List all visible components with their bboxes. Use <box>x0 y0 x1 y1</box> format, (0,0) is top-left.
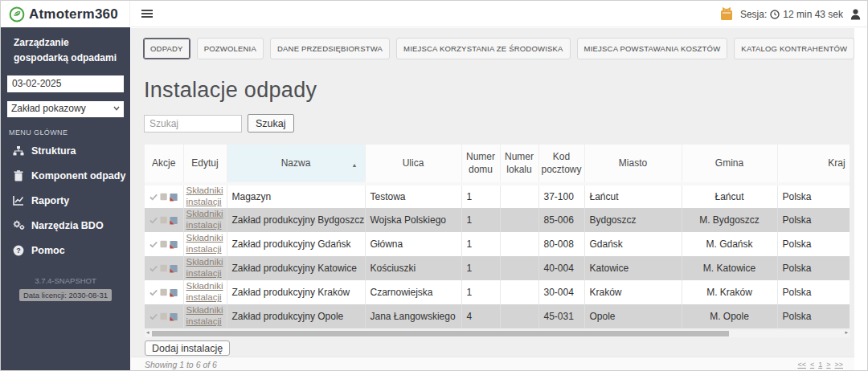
chart-icon <box>12 194 25 207</box>
column-header-nazwa[interactable]: Nazwa▲ <box>227 145 365 184</box>
city-cell: Opole <box>584 304 682 328</box>
horizontal-scrollbar[interactable]: ◂ ▸ <box>145 330 850 337</box>
report-icon[interactable] <box>170 216 178 225</box>
house-number-cell: 1 <box>461 184 500 208</box>
search-button[interactable]: Szukaj <box>248 114 294 132</box>
city-cell: Łańcut <box>584 184 682 208</box>
actions-cell <box>145 304 183 328</box>
approve-check-icon[interactable] <box>149 313 158 320</box>
sidebar-item-raporty[interactable]: Raporty <box>1 188 130 213</box>
report-icon[interactable] <box>170 312 178 321</box>
approve-check-icon[interactable] <box>149 217 158 224</box>
user-icon[interactable] <box>850 9 861 20</box>
column-header-akcje[interactable]: Akcje <box>145 145 183 184</box>
sidebar-item-komponent-odpady[interactable]: Komponent odpady <box>1 163 130 188</box>
house-number-cell: 4 <box>461 304 500 328</box>
sidebar-item-narz-dzia-bdo[interactable]: Narzędzia BDO <box>1 213 130 238</box>
table-row: Składniki instalacjiMagazynTestowa137-10… <box>145 184 850 208</box>
pagination-item[interactable]: >> <box>834 361 843 369</box>
tab-odpady[interactable]: ODPADY <box>143 38 190 59</box>
tab-miejsca-powstawania-kosztów[interactable]: MIEJSCA POWSTAWANIA KOSZTÓW <box>577 38 728 59</box>
column-header-numer-domu[interactable]: Numer domu <box>461 145 500 184</box>
column-header-ulica[interactable]: Ulica <box>365 145 461 184</box>
sidebar-item-struktura[interactable]: Struktura <box>1 138 130 163</box>
plant-select-value: Zakład pokazowy <box>11 103 86 114</box>
column-header-gmina[interactable]: Gmina <box>682 145 777 184</box>
pagination-item[interactable]: 1 <box>818 361 822 369</box>
actions-cell <box>145 232 183 256</box>
pagination-item[interactable]: << <box>797 361 806 369</box>
scrollbar-thumb[interactable] <box>152 331 729 336</box>
column-header-edytuj[interactable]: Edytuj <box>183 145 227 184</box>
report-icon[interactable] <box>170 193 178 202</box>
edit-cell: Składniki instalacji <box>183 208 227 232</box>
edit-cell: Składniki instalacji <box>183 280 227 304</box>
street-cell: Czarnowiejska <box>365 280 461 304</box>
installation-components-link[interactable]: Składniki instalacji <box>186 209 224 231</box>
document-icon[interactable] <box>160 264 167 272</box>
actions-cell <box>145 256 183 280</box>
city-cell: Gdańsk <box>584 232 682 256</box>
scroll-right-arrow-icon[interactable]: ▸ <box>845 329 848 336</box>
report-icon[interactable] <box>170 240 178 249</box>
date-field[interactable]: 03-02-2025 <box>7 75 124 92</box>
tab-katalog-kontrahentów[interactable]: KATALOG KONTRAHENTÓW <box>734 38 854 59</box>
hamburger-menu-icon[interactable] <box>141 10 153 19</box>
table-row: Składniki instalacjiZakład produkcyjny G… <box>145 232 850 256</box>
document-icon[interactable] <box>160 193 167 201</box>
pagination-item[interactable]: < <box>810 361 814 369</box>
report-icon[interactable] <box>170 264 178 273</box>
gears-icon <box>12 219 25 232</box>
edit-cell: Składniki instalacji <box>183 304 227 328</box>
showing-info: Showing 1 to 6 of 6 <box>145 360 217 369</box>
unit-number-cell <box>500 232 538 256</box>
pagination: <<<1>>> <box>797 361 843 369</box>
document-icon[interactable] <box>160 216 167 224</box>
installation-components-link[interactable]: Składniki instalacji <box>186 233 224 255</box>
column-header-kod-pocztowy[interactable]: Kod pocztowy <box>538 145 584 184</box>
report-icon[interactable] <box>170 288 178 297</box>
document-icon[interactable] <box>160 312 167 320</box>
installation-components-link[interactable]: Składniki instalacji <box>186 281 224 304</box>
approve-check-icon[interactable] <box>149 194 158 201</box>
sidebar-item-label: Pomoc <box>31 245 65 256</box>
installation-components-link[interactable]: Składniki instalacji <box>186 186 224 208</box>
session-save-icon[interactable] <box>720 7 733 21</box>
main-content: ODPADYPOZWOLENIADANE PRZEDSIĘBIORSTWAMIE… <box>131 28 854 371</box>
plant-select[interactable]: Zakład pokazowy <box>7 101 124 117</box>
table-row: Składniki instalacjiZakład produkcyjny K… <box>145 256 850 280</box>
scroll-left-arrow-icon[interactable]: ◂ <box>146 329 149 336</box>
document-icon[interactable] <box>160 240 167 248</box>
add-installation-button[interactable]: Dodaj instalację <box>145 340 230 356</box>
column-header-numer-lokalu[interactable]: Numer lokalu <box>500 145 538 184</box>
sidebar-title: Zarządzanie gospodarką odpadami <box>1 27 118 66</box>
approve-check-icon[interactable] <box>149 289 158 296</box>
approve-check-icon[interactable] <box>149 265 158 272</box>
postal-code-cell: 40-004 <box>538 256 584 280</box>
sidebar-item-label: Raporty <box>31 195 69 206</box>
search-input[interactable] <box>144 115 242 132</box>
commune-cell: M. Bydgoszcz <box>682 208 777 232</box>
installation-components-link[interactable]: Składniki instalacji <box>186 305 224 328</box>
street-cell: Główna <box>365 232 461 256</box>
license-badge: Data licencji: 2030-08-31 <box>19 289 112 301</box>
city-cell: Bydgoszcz <box>584 208 682 232</box>
document-icon[interactable] <box>160 288 167 296</box>
tab-dane-przedsiębiorstwa[interactable]: DANE PRZEDSIĘBIORSTWA <box>270 38 390 59</box>
country-cell: Polska <box>777 232 850 256</box>
tab-miejsca-korzystania-ze-środowiska[interactable]: MIEJSCA KORZYSTANIA ZE ŚRODOWISKA <box>396 38 571 59</box>
column-header-miasto[interactable]: Miasto <box>584 145 682 184</box>
approve-check-icon[interactable] <box>149 241 158 248</box>
brand-name: Atmoterm360 <box>29 6 118 22</box>
sidebar-item-pomoc[interactable]: ?Pomoc <box>1 238 130 263</box>
edit-cell: Składniki instalacji <box>183 184 227 208</box>
column-header-kraj[interactable]: Kraj <box>777 145 850 184</box>
actions-cell <box>145 184 183 208</box>
tab-pozwolenia[interactable]: POZWOLENIA <box>197 38 264 59</box>
commune-cell: Łańcut <box>682 184 777 208</box>
sidebar-item-label: Komponent odpady <box>31 170 125 181</box>
topbar: Sesja: 12 min 43 sek <box>131 1 868 27</box>
installation-components-link[interactable]: Składniki instalacji <box>186 257 224 279</box>
commune-cell: M. Opole <box>682 304 777 328</box>
pagination-item[interactable]: > <box>826 361 830 369</box>
